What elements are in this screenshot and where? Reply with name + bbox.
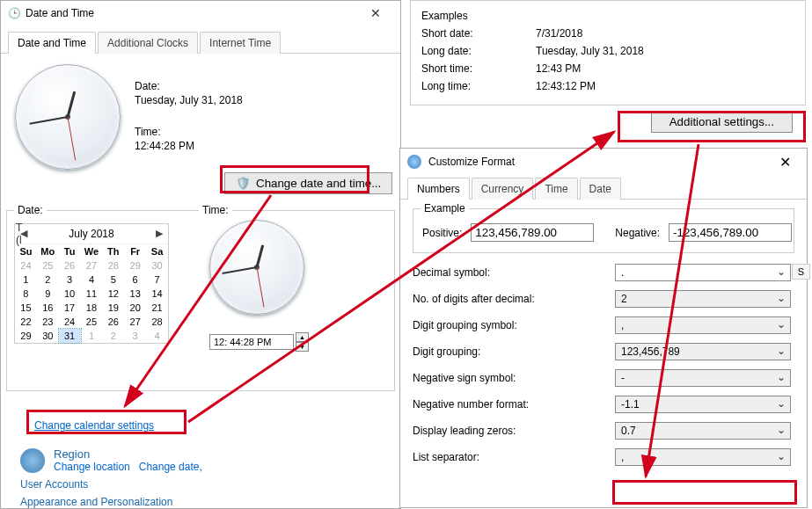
calendar-day[interactable]: 12 — [102, 287, 124, 301]
change-location-link[interactable]: Change location — [54, 461, 130, 473]
calendar-day[interactable]: 29 — [15, 329, 37, 343]
calendar-day[interactable]: 31 — [59, 329, 81, 343]
calendar-day[interactable]: 1 — [15, 273, 37, 287]
digit-grouping-dropdown[interactable] — [615, 343, 791, 360]
digit-grouping-symbol-dropdown[interactable] — [615, 316, 791, 334]
calendar-day[interactable]: 30 — [146, 258, 168, 273]
negative-sign-dropdown[interactable] — [615, 369, 791, 387]
positive-value — [471, 223, 594, 242]
calendar-grid[interactable]: SuMoTuWeThFrSa24252627282930123456789101… — [15, 244, 168, 343]
calendar-dow: We — [81, 244, 103, 258]
calendar-day[interactable]: 30 — [37, 329, 59, 343]
calendar-day[interactable]: 7 — [146, 273, 168, 287]
calendar-day[interactable]: 28 — [102, 258, 124, 273]
decimal-symbol-dropdown[interactable] — [615, 264, 791, 281]
calendar-day[interactable]: 28 — [146, 315, 168, 329]
additional-settings-button[interactable]: Additional settings... — [651, 111, 793, 133]
cf-titlebar[interactable]: Customize Format ✕ — [400, 149, 807, 175]
long-time-label: Long time: — [421, 80, 527, 92]
calendar-day[interactable]: 4 — [146, 329, 168, 343]
calendar-day[interactable]: 6 — [124, 273, 146, 287]
negative-sign-label: Negative sign symbol: — [413, 372, 615, 384]
tab-date[interactable]: Date — [580, 178, 621, 200]
negative-value — [669, 223, 792, 242]
negative-format-dropdown[interactable] — [615, 396, 791, 413]
close-icon[interactable]: ✕ — [771, 154, 800, 171]
digits-after-decimal-dropdown[interactable] — [615, 290, 791, 308]
tab-currency[interactable]: Currency — [472, 178, 534, 200]
examples-group: Examples Short date: 7/31/2018 Long date… — [410, 0, 806, 105]
calendar-day[interactable]: 23 — [37, 315, 59, 329]
time-spin-down-icon[interactable]: ▼ — [296, 342, 309, 352]
tab-date-time[interactable]: Date and Time — [8, 32, 96, 54]
clock-icon: 🕒 — [8, 7, 20, 19]
calendar-day[interactable]: 26 — [102, 315, 124, 329]
change-date-formats-link[interactable]: Change date, — [139, 461, 202, 473]
calendar-day[interactable]: 20 — [124, 301, 146, 315]
tab-numbers[interactable]: Numbers — [407, 178, 470, 200]
change-date-time-button[interactable]: 🛡️ Change date and time... — [224, 172, 392, 194]
time-input[interactable] — [209, 334, 294, 350]
calendar-day[interactable]: 26 — [59, 258, 81, 273]
calendar-day[interactable]: 1 — [81, 329, 103, 343]
negative-label: Negative: — [615, 227, 660, 239]
tab-internet-time[interactable]: Internet Time — [200, 32, 281, 54]
long-time-value: 12:43:12 PM — [536, 80, 794, 92]
calendar[interactable]: ◀ July 2018 ▶ SuMoTuWeThFrSa242526272829… — [14, 223, 169, 344]
list-separator-dropdown[interactable] — [615, 448, 791, 466]
region-title[interactable]: Region — [54, 447, 202, 461]
calendar-day[interactable]: 14 — [146, 287, 168, 301]
calendar-day[interactable]: 11 — [81, 287, 103, 301]
calendar-day[interactable]: 2 — [102, 329, 124, 343]
calendar-day[interactable]: 15 — [15, 301, 37, 315]
calendar-day[interactable]: 8 — [15, 287, 37, 301]
calendar-day[interactable]: 16 — [37, 301, 59, 315]
list-separator-label: List separator: — [413, 451, 615, 463]
analog-clock — [15, 64, 121, 170]
calendar-day[interactable]: 24 — [15, 258, 37, 273]
sub-time-label: Time: — [199, 204, 232, 216]
tab-additional-clocks[interactable]: Additional Clocks — [98, 32, 198, 54]
calendar-dow: Tu — [59, 244, 81, 258]
calendar-day[interactable]: 18 — [81, 301, 103, 315]
calendar-day[interactable]: 13 — [124, 287, 146, 301]
long-date-label: Long date: — [421, 45, 527, 57]
calendar-day[interactable]: 9 — [37, 287, 59, 301]
calendar-day[interactable]: 2 — [37, 273, 59, 287]
window-titlebar[interactable]: 🕒 Date and Time ✕ — [1, 1, 400, 25]
calendar-day[interactable]: 27 — [81, 258, 103, 273]
calendar-day[interactable]: 3 — [59, 273, 81, 287]
tab-time[interactable]: Time — [535, 178, 577, 200]
calendar-day[interactable]: 29 — [124, 258, 146, 273]
calendar-title[interactable]: July 2018 — [69, 228, 113, 240]
tab-strip: Date and Time Additional Clocks Internet… — [1, 29, 400, 54]
date-label: Date: — [135, 80, 243, 92]
stray-s-button[interactable]: S — [792, 264, 810, 280]
calendar-day[interactable]: 24 — [59, 315, 81, 329]
digit-grouping-symbol-label: Digit grouping symbol: — [413, 319, 615, 331]
calendar-day[interactable]: 21 — [146, 301, 168, 315]
short-time-label: Short time: — [421, 62, 527, 75]
calendar-day[interactable]: 17 — [59, 301, 81, 315]
long-date-value: Tuesday, July 31, 2018 — [536, 45, 794, 57]
control-panel-links: Region Change location Change date, User… — [20, 447, 202, 509]
date-time-window: 🕒 Date and Time ✕ Date and Time Addition… — [0, 0, 401, 509]
calendar-day[interactable]: 25 — [37, 258, 59, 273]
appearance-link[interactable]: Appearance and Personalization — [20, 496, 202, 509]
calendar-day[interactable]: 27 — [124, 315, 146, 329]
calendar-day[interactable]: 4 — [81, 273, 103, 287]
leading-zeros-dropdown[interactable] — [615, 422, 791, 440]
change-calendar-settings-link[interactable]: Change calendar settings — [34, 419, 154, 432]
user-accounts-link[interactable]: User Accounts — [20, 478, 202, 491]
region-icon — [20, 448, 45, 473]
calendar-day[interactable]: 3 — [124, 329, 146, 343]
calendar-day[interactable]: 25 — [81, 315, 103, 329]
calendar-day[interactable]: 5 — [102, 273, 124, 287]
digit-grouping-label: Digit grouping: — [413, 345, 615, 358]
calendar-next-icon[interactable]: ▶ — [156, 228, 163, 239]
calendar-day[interactable]: 22 — [15, 315, 37, 329]
calendar-day[interactable]: 19 — [102, 301, 124, 315]
calendar-day[interactable]: 10 — [59, 287, 81, 301]
time-spin-up-icon[interactable]: ▲ — [296, 332, 309, 342]
close-icon[interactable]: ✕ — [358, 6, 393, 20]
